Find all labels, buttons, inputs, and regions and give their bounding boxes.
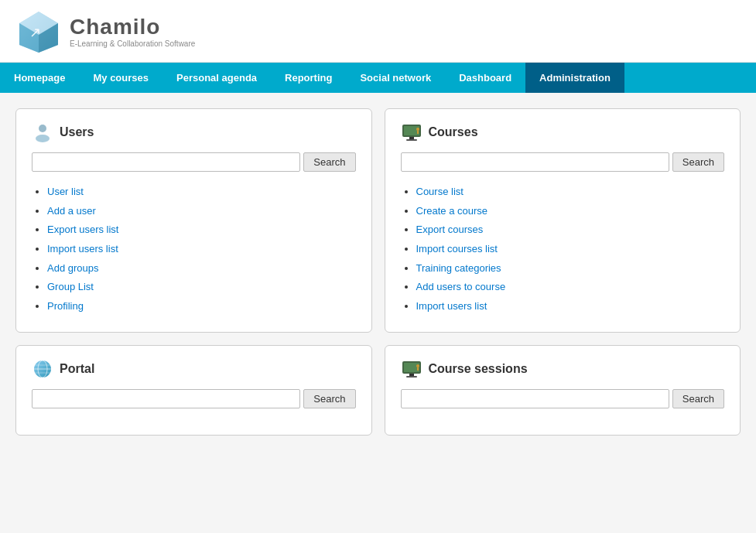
list-item: Export courses — [416, 220, 725, 240]
list-item: Group List — [47, 278, 356, 297]
svg-point-22 — [416, 364, 419, 367]
export-courses-link[interactable]: Export courses — [416, 224, 484, 235]
list-item: User list — [47, 183, 356, 202]
svg-text:↗: ↗ — [29, 25, 41, 40]
portal-card-header: Portal — [32, 358, 356, 380]
bottom-grid: Portal Search — [15, 345, 741, 436]
add-user-link[interactable]: Add a user — [47, 205, 96, 217]
svg-point-5 — [39, 125, 46, 132]
logo-icon: ↗ — [15, 8, 62, 54]
courses-link-list: Course list Create a course Export cours… — [401, 183, 725, 316]
logo-title: Chamilo — [70, 15, 195, 39]
users-search-input[interactable] — [32, 152, 300, 172]
svg-rect-10 — [406, 139, 417, 141]
portal-search-input[interactable] — [32, 389, 300, 408]
users-icon — [32, 121, 53, 143]
logo-subtitle: E-Learning & Collaboration Software — [70, 39, 195, 48]
courses-search-row: Search — [401, 152, 725, 172]
portal-icon — [32, 358, 53, 380]
list-item: Import users list — [416, 297, 725, 316]
courses-card: Courses Search Course list Create a cour… — [385, 108, 741, 333]
portal-card: Portal Search — [15, 345, 372, 436]
courses-search-button[interactable]: Search — [672, 152, 724, 172]
main-nav: Homepage My courses Personal agenda Repo… — [0, 63, 756, 93]
logo-text-area: Chamilo E-Learning & Collaboration Softw… — [70, 15, 195, 48]
nav-personal-agenda[interactable]: Personal agenda — [162, 63, 271, 93]
course-sessions-search-button[interactable]: Search — [672, 389, 724, 408]
course-list-link[interactable]: Course list — [416, 186, 464, 197]
logo-area: ↗ Chamilo E-Learning & Collaboration Sof… — [15, 8, 195, 54]
import-users-list-link2[interactable]: Import users list — [416, 300, 487, 312]
courses-card-header: Courses — [401, 121, 725, 143]
courses-card-title: Courses — [429, 125, 478, 139]
users-search-row: Search — [32, 152, 356, 172]
svg-rect-23 — [417, 367, 419, 371]
nav-my-courses[interactable]: My courses — [79, 63, 162, 93]
profiling-link[interactable]: Profiling — [47, 300, 84, 312]
users-card-title: Users — [60, 125, 94, 139]
users-card: Users Search User list Add a user Export… — [15, 108, 372, 333]
portal-search-button[interactable]: Search — [303, 389, 355, 408]
top-grid: Users Search User list Add a user Export… — [15, 108, 741, 333]
nav-reporting[interactable]: Reporting — [271, 63, 346, 93]
header: ↗ Chamilo E-Learning & Collaboration Sof… — [0, 0, 756, 63]
nav-homepage[interactable]: Homepage — [0, 63, 79, 93]
course-sessions-search-input[interactable] — [401, 389, 669, 408]
add-groups-link[interactable]: Add groups — [47, 262, 99, 274]
list-item: Add groups — [47, 259, 356, 278]
svg-rect-9 — [409, 137, 414, 139]
nav-dashboard[interactable]: Dashboard — [445, 63, 525, 93]
course-sessions-card-header: Course sessions — [401, 358, 725, 380]
users-card-header: Users — [32, 121, 356, 143]
list-item: Import courses list — [416, 240, 725, 259]
users-search-button[interactable]: Search — [303, 152, 355, 172]
add-users-to-course-link[interactable]: Add users to course — [416, 281, 506, 292]
list-item: Export users list — [47, 220, 356, 240]
course-sessions-icon — [401, 358, 422, 380]
courses-icon — [401, 121, 422, 143]
svg-rect-12 — [417, 131, 419, 134]
create-course-link[interactable]: Create a course — [416, 205, 488, 217]
course-sessions-search-row: Search — [401, 389, 725, 408]
courses-search-input[interactable] — [401, 152, 669, 172]
training-categories-link[interactable]: Training categories — [416, 262, 501, 274]
group-list-link[interactable]: Group List — [47, 281, 94, 292]
list-item: Profiling — [47, 297, 356, 316]
svg-rect-20 — [409, 374, 414, 376]
list-item: Add users to course — [416, 278, 725, 297]
svg-point-11 — [416, 128, 419, 131]
list-item: Import users list — [47, 240, 356, 259]
export-users-list-link[interactable]: Export users list — [47, 224, 118, 235]
list-item: Training categories — [416, 259, 725, 278]
list-item: Create a course — [416, 202, 725, 221]
import-courses-list-link[interactable]: Import courses list — [416, 243, 498, 255]
main-content: Users Search User list Add a user Export… — [0, 93, 756, 533]
portal-card-title: Portal — [60, 362, 94, 376]
import-users-list-link[interactable]: Import users list — [47, 243, 118, 255]
course-sessions-card: Course sessions Search — [385, 345, 741, 436]
nav-social-network[interactable]: Social network — [346, 63, 445, 93]
svg-rect-21 — [406, 376, 417, 378]
list-item: Add a user — [47, 202, 356, 221]
portal-search-row: Search — [32, 389, 356, 408]
users-link-list: User list Add a user Export users list I… — [32, 183, 356, 316]
svg-point-6 — [36, 135, 50, 142]
nav-administration[interactable]: Administration — [525, 63, 624, 93]
course-sessions-card-title: Course sessions — [429, 362, 528, 376]
list-item: Course list — [416, 183, 725, 202]
user-list-link[interactable]: User list — [47, 186, 84, 197]
